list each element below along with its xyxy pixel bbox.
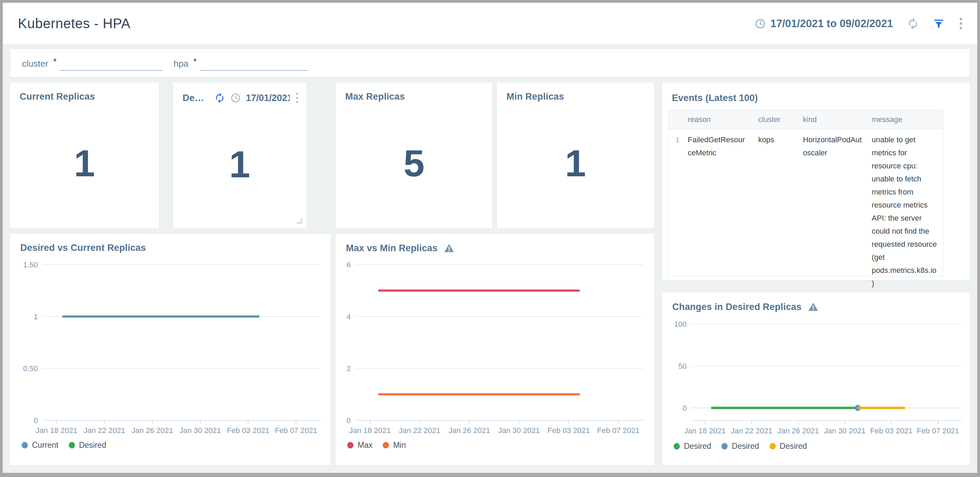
svg-text:Jan 18 2021: Jan 18 2021 bbox=[349, 426, 391, 435]
filter-icon[interactable] bbox=[933, 18, 945, 30]
svg-text:Jan 18 2021: Jan 18 2021 bbox=[36, 426, 77, 435]
cell-cluster: kops bbox=[753, 129, 798, 296]
panel-title: Max Replicas bbox=[345, 92, 405, 102]
cluster-filter-label: cluster bbox=[22, 59, 48, 69]
hpa-filter-label: hpa bbox=[173, 59, 188, 69]
header-controls: 17/01/2021 to 09/02/2021 bbox=[754, 16, 964, 30]
svg-text:Feb 03 2021: Feb 03 2021 bbox=[547, 426, 590, 435]
min-replicas-value: 1 bbox=[565, 141, 586, 185]
events-table-header: reasonclusterkindmessage bbox=[668, 110, 943, 129]
events-table: reasonclusterkindmessage1FailedGetResour… bbox=[668, 110, 943, 277]
legend-item-current[interactable]: Current bbox=[22, 441, 59, 450]
hpa-required-marker: * bbox=[193, 56, 197, 67]
column-header-cluster[interactable]: cluster bbox=[753, 110, 798, 129]
svg-text:1: 1 bbox=[34, 312, 38, 321]
max-replicas-value: 5 bbox=[403, 141, 424, 185]
panel-title: Current Replicas bbox=[20, 92, 95, 102]
chart-plot-area: 6420Jan 18 2021Jan 22 2021Jan 26 2021Jan… bbox=[336, 234, 654, 443]
legend-dot bbox=[674, 443, 680, 450]
svg-text:Jan 30 2021: Jan 30 2021 bbox=[824, 426, 865, 435]
cell-idx: 1 bbox=[668, 129, 683, 296]
chart-legend: CurrentDesired bbox=[22, 441, 106, 450]
svg-text:Feb 03 2021: Feb 03 2021 bbox=[227, 426, 270, 435]
cell-kind: HorizontalPodAutoscaler bbox=[798, 129, 867, 296]
panel-min-replicas[interactable]: Min Replicas 1 bbox=[497, 82, 654, 228]
chart-legend: MaxMin bbox=[347, 441, 406, 450]
column-header-message[interactable]: message bbox=[867, 110, 943, 129]
chart-plot-area: 1.5010.500Jan 18 2021Jan 22 2021Jan 26 2… bbox=[10, 234, 331, 443]
time-range-label: 17/01/2021 to 09/02/2021 bbox=[770, 17, 893, 30]
legend-item-desired[interactable]: Desired bbox=[770, 442, 807, 451]
svg-text:6: 6 bbox=[347, 260, 351, 269]
resize-handle-icon[interactable] bbox=[295, 217, 303, 226]
dashboard-window: Kubernetes - HPA 17/01/2021 to 09/02/202… bbox=[0, 0, 980, 477]
svg-text:0.50: 0.50 bbox=[23, 364, 38, 373]
legend-dot bbox=[770, 443, 776, 450]
panel-max-replicas[interactable]: Max Replicas 5 bbox=[336, 82, 492, 228]
svg-text:4: 4 bbox=[347, 312, 351, 321]
svg-text:Jan 22 2021: Jan 22 2021 bbox=[731, 426, 772, 435]
filter-group-cluster: cluster * bbox=[22, 55, 163, 71]
svg-text:0: 0 bbox=[347, 416, 351, 425]
svg-text:1.50: 1.50 bbox=[23, 260, 38, 269]
filter-bar: cluster * hpa * bbox=[10, 49, 970, 77]
legend-item-min[interactable]: Min bbox=[383, 441, 406, 450]
table-row[interactable]: 1FailedGetResourceMetrickopsHorizontalPo… bbox=[668, 129, 943, 296]
panel-clock-icon[interactable] bbox=[230, 92, 241, 103]
events-panel-title: Events (Latest 100) bbox=[672, 93, 758, 103]
desired-replicas-value: 1 bbox=[229, 142, 250, 186]
legend-item-desired[interactable]: Desired bbox=[674, 442, 711, 451]
legend-dot bbox=[69, 442, 75, 448]
more-options-icon[interactable] bbox=[958, 16, 964, 30]
panel-desired-vs-current-chart: Desired vs Current Replicas 1.5010.500Ja… bbox=[10, 234, 331, 465]
svg-text:0: 0 bbox=[34, 416, 38, 425]
legend-dot bbox=[383, 442, 389, 448]
svg-text:Jan 26 2021: Jan 26 2021 bbox=[449, 426, 490, 435]
hpa-filter-input[interactable] bbox=[199, 55, 308, 71]
svg-text:0: 0 bbox=[682, 404, 687, 412]
svg-text:Jan 18 2021: Jan 18 2021 bbox=[684, 426, 726, 435]
panel-toolbar: 17/01/2021 t bbox=[214, 92, 299, 105]
svg-text:Feb 07 2021: Feb 07 2021 bbox=[917, 426, 959, 435]
column-header-reason[interactable]: reason bbox=[683, 110, 753, 129]
svg-text:Feb 07 2021: Feb 07 2021 bbox=[597, 426, 640, 435]
legend-label: Desired bbox=[732, 442, 759, 451]
legend-label: Desired bbox=[780, 442, 807, 451]
svg-text:Jan 26 2021: Jan 26 2021 bbox=[131, 426, 173, 435]
legend-item-desired[interactable]: Desired bbox=[69, 441, 106, 450]
legend-dot bbox=[721, 443, 728, 450]
panel-time-range[interactable]: 17/01/2021 t bbox=[246, 93, 290, 103]
svg-text:Jan 30 2021: Jan 30 2021 bbox=[180, 426, 221, 435]
svg-text:100: 100 bbox=[674, 320, 687, 328]
legend-item-max[interactable]: Max bbox=[347, 441, 372, 450]
legend-label: Current bbox=[32, 441, 59, 450]
cluster-required-marker: * bbox=[53, 56, 57, 67]
svg-text:2: 2 bbox=[347, 364, 351, 373]
filter-group-hpa: hpa * bbox=[173, 55, 308, 71]
svg-text:Jan 22 2021: Jan 22 2021 bbox=[84, 426, 125, 435]
panel-desired-replicas[interactable]: Desi... 17/01/2021 t 1 bbox=[173, 82, 306, 228]
legend-dot bbox=[347, 442, 353, 448]
chart-plot-area: 100500Jan 18 2021Jan 22 2021Jan 26 2021J… bbox=[662, 292, 970, 443]
panel-title: Desi... bbox=[183, 93, 208, 103]
legend-label: Desired bbox=[79, 441, 106, 450]
refresh-icon[interactable] bbox=[907, 17, 919, 30]
panel-current-replicas[interactable]: Current Replicas 1 bbox=[10, 82, 159, 228]
svg-text:Feb 03 2021: Feb 03 2021 bbox=[870, 426, 913, 435]
cell-reason: FailedGetResourceMetric bbox=[683, 129, 753, 296]
svg-text:Feb 07 2021: Feb 07 2021 bbox=[275, 426, 317, 435]
cell-message: unable to get metrics for resource cpu: … bbox=[867, 129, 943, 296]
panel-refresh-icon[interactable] bbox=[214, 92, 225, 103]
legend-dot bbox=[22, 442, 28, 448]
legend-label: Min bbox=[393, 441, 406, 450]
legend-item-desired[interactable]: Desired bbox=[721, 442, 759, 451]
panel-more-options-icon[interactable] bbox=[295, 92, 299, 105]
panel-events: Events (Latest 100) reasonclusterkindmes… bbox=[662, 82, 970, 280]
cluster-filter-input[interactable] bbox=[59, 55, 163, 71]
dashboard-header: Kubernetes - HPA 17/01/2021 to 09/02/202… bbox=[3, 3, 977, 45]
column-header-kind[interactable]: kind bbox=[798, 110, 867, 129]
current-replicas-value: 1 bbox=[74, 141, 95, 185]
svg-text:50: 50 bbox=[678, 362, 687, 371]
time-range-control[interactable]: 17/01/2021 to 09/02/2021 bbox=[754, 17, 893, 30]
page-title: Kubernetes - HPA bbox=[18, 16, 130, 31]
